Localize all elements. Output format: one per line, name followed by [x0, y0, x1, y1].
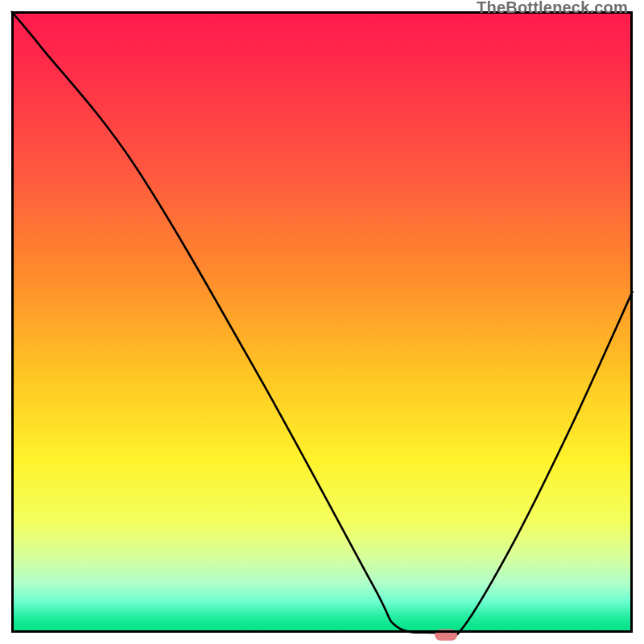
bottleneck-curve: [11, 11, 633, 639]
chart-line-layer: [11, 11, 633, 633]
bottleneck-chart: TheBottleneck.com: [0, 0, 644, 644]
